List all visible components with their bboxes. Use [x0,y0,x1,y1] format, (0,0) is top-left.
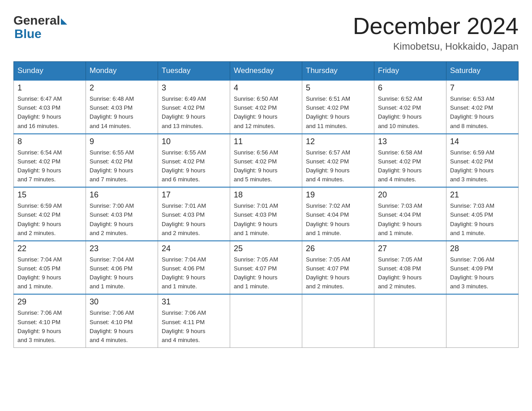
day-number: 7 [450,83,515,93]
calendar-cell: 10Sunrise: 6:55 AMSunset: 4:02 PMDayligh… [158,134,230,188]
calendar-cell: 22Sunrise: 7:04 AMSunset: 4:05 PMDayligh… [14,241,86,295]
day-info: Sunrise: 6:48 AMSunset: 4:03 PMDaylight:… [90,94,154,131]
calendar-cell: 12Sunrise: 6:57 AMSunset: 4:02 PMDayligh… [302,134,374,188]
calendar-cell: 4Sunrise: 6:50 AMSunset: 4:02 PMDaylight… [230,80,302,134]
day-info: Sunrise: 6:51 AMSunset: 4:02 PMDaylight:… [306,94,370,131]
calendar-cell: 19Sunrise: 7:02 AMSunset: 4:04 PMDayligh… [302,187,374,241]
day-number: 5 [306,83,370,93]
calendar-cell: 3Sunrise: 6:49 AMSunset: 4:02 PMDaylight… [158,80,230,134]
day-info: Sunrise: 7:01 AMSunset: 4:03 PMDaylight:… [162,201,226,238]
logo-general: General [13,13,60,28]
calendar-cell: 18Sunrise: 7:01 AMSunset: 4:03 PMDayligh… [230,187,302,241]
day-info: Sunrise: 7:05 AMSunset: 4:08 PMDaylight:… [378,255,442,291]
calendar-header-sunday: Sunday [14,62,86,81]
day-number: 22 [17,244,82,253]
location: Kimobetsu, Hokkaido, Japan [353,41,519,52]
day-number: 15 [17,190,82,200]
calendar-cell: 26Sunrise: 7:05 AMSunset: 4:07 PMDayligh… [302,241,374,295]
day-info: Sunrise: 7:01 AMSunset: 4:03 PMDaylight:… [234,201,298,238]
logo-blue: Blue [14,27,42,41]
day-info: Sunrise: 6:47 AMSunset: 4:03 PMDaylight:… [17,94,82,131]
calendar-cell: 14Sunrise: 6:59 AMSunset: 4:02 PMDayligh… [446,134,519,188]
calendar-week-5: 29Sunrise: 7:06 AMSunset: 4:10 PMDayligh… [14,294,519,347]
day-number: 19 [306,190,370,200]
day-number: 9 [90,137,154,146]
calendar-cell: 1Sunrise: 6:47 AMSunset: 4:03 PMDaylight… [14,80,86,134]
day-number: 23 [90,244,154,253]
calendar-cell: 29Sunrise: 7:06 AMSunset: 4:10 PMDayligh… [14,294,86,347]
calendar-cell: 31Sunrise: 7:06 AMSunset: 4:11 PMDayligh… [158,294,230,347]
day-number: 25 [234,244,298,253]
month-title: December 2024 [353,13,519,39]
calendar-header-tuesday: Tuesday [158,62,230,81]
day-number: 30 [90,297,154,307]
day-number: 29 [17,297,82,307]
calendar-cell: 13Sunrise: 6:58 AMSunset: 4:02 PMDayligh… [374,134,446,188]
day-number: 6 [378,83,442,93]
calendar-cell: 9Sunrise: 6:55 AMSunset: 4:02 PMDaylight… [86,134,158,188]
day-number: 3 [162,83,226,93]
calendar-week-3: 15Sunrise: 6:59 AMSunset: 4:02 PMDayligh… [14,187,519,241]
calendar-header-row: SundayMondayTuesdayWednesdayThursdayFrid… [14,62,519,81]
calendar-table: SundayMondayTuesdayWednesdayThursdayFrid… [13,61,519,348]
calendar-header-wednesday: Wednesday [230,62,302,81]
day-info: Sunrise: 7:06 AMSunset: 4:09 PMDaylight:… [450,255,515,291]
day-info: Sunrise: 6:52 AMSunset: 4:02 PMDaylight:… [378,94,442,131]
day-info: Sunrise: 7:04 AMSunset: 4:06 PMDaylight:… [162,255,226,291]
day-number: 8 [17,137,82,146]
calendar-cell: 20Sunrise: 7:03 AMSunset: 4:04 PMDayligh… [374,187,446,241]
calendar-week-2: 8Sunrise: 6:54 AMSunset: 4:02 PMDaylight… [14,134,519,188]
day-number: 13 [378,137,442,146]
calendar-cell [374,294,446,347]
calendar-cell: 25Sunrise: 7:05 AMSunset: 4:07 PMDayligh… [230,241,302,295]
title-section: December 2024 Kimobetsu, Hokkaido, Japan [353,13,519,52]
day-info: Sunrise: 7:05 AMSunset: 4:07 PMDaylight:… [234,255,298,291]
calendar-cell: 16Sunrise: 7:00 AMSunset: 4:03 PMDayligh… [86,187,158,241]
day-info: Sunrise: 6:55 AMSunset: 4:02 PMDaylight:… [90,148,154,184]
day-info: Sunrise: 7:05 AMSunset: 4:07 PMDaylight:… [306,255,370,291]
day-info: Sunrise: 6:50 AMSunset: 4:02 PMDaylight:… [234,94,298,131]
calendar-cell: 2Sunrise: 6:48 AMSunset: 4:03 PMDaylight… [86,80,158,134]
calendar-cell [230,294,302,347]
day-number: 16 [90,190,154,200]
day-number: 27 [378,244,442,253]
day-number: 4 [234,83,298,93]
calendar-cell: 27Sunrise: 7:05 AMSunset: 4:08 PMDayligh… [374,241,446,295]
day-number: 26 [306,244,370,253]
day-info: Sunrise: 6:57 AMSunset: 4:02 PMDaylight:… [306,148,370,184]
calendar-cell: 23Sunrise: 7:04 AMSunset: 4:06 PMDayligh… [86,241,158,295]
calendar-cell: 21Sunrise: 7:03 AMSunset: 4:05 PMDayligh… [446,187,519,241]
day-info: Sunrise: 7:06 AMSunset: 4:11 PMDaylight:… [162,308,226,345]
day-info: Sunrise: 6:58 AMSunset: 4:02 PMDaylight:… [378,148,442,184]
day-info: Sunrise: 7:00 AMSunset: 4:03 PMDaylight:… [90,201,154,238]
calendar-header-saturday: Saturday [446,62,519,81]
day-number: 2 [90,83,154,93]
day-number: 24 [162,244,226,253]
day-info: Sunrise: 7:03 AMSunset: 4:04 PMDaylight:… [378,201,442,238]
day-info: Sunrise: 6:54 AMSunset: 4:02 PMDaylight:… [17,148,82,184]
calendar-week-4: 22Sunrise: 7:04 AMSunset: 4:05 PMDayligh… [14,241,519,295]
day-number: 11 [234,137,298,146]
day-number: 10 [162,137,226,146]
calendar-cell: 6Sunrise: 6:52 AMSunset: 4:02 PMDaylight… [374,80,446,134]
calendar-cell: 28Sunrise: 7:06 AMSunset: 4:09 PMDayligh… [446,241,519,295]
day-info: Sunrise: 6:56 AMSunset: 4:02 PMDaylight:… [234,148,298,184]
day-info: Sunrise: 6:49 AMSunset: 4:02 PMDaylight:… [162,94,226,131]
calendar-cell: 17Sunrise: 7:01 AMSunset: 4:03 PMDayligh… [158,187,230,241]
day-info: Sunrise: 7:04 AMSunset: 4:05 PMDaylight:… [17,255,82,291]
calendar-header-friday: Friday [374,62,446,81]
day-info: Sunrise: 7:06 AMSunset: 4:10 PMDaylight:… [17,308,82,345]
calendar-header-thursday: Thursday [302,62,374,81]
calendar-header-monday: Monday [86,62,158,81]
calendar-cell: 11Sunrise: 6:56 AMSunset: 4:02 PMDayligh… [230,134,302,188]
calendar-cell: 30Sunrise: 7:06 AMSunset: 4:10 PMDayligh… [86,294,158,347]
day-info: Sunrise: 7:02 AMSunset: 4:04 PMDaylight:… [306,201,370,238]
day-number: 12 [306,137,370,146]
day-info: Sunrise: 6:59 AMSunset: 4:02 PMDaylight:… [450,148,515,184]
calendar-cell: 7Sunrise: 6:53 AMSunset: 4:02 PMDaylight… [446,80,519,134]
page-header: General Blue December 2024 Kimobetsu, Ho… [13,13,519,52]
logo-text: General [13,13,67,28]
day-number: 31 [162,297,226,307]
day-info: Sunrise: 7:03 AMSunset: 4:05 PMDaylight:… [450,201,515,238]
calendar-cell: 5Sunrise: 6:51 AMSunset: 4:02 PMDaylight… [302,80,374,134]
